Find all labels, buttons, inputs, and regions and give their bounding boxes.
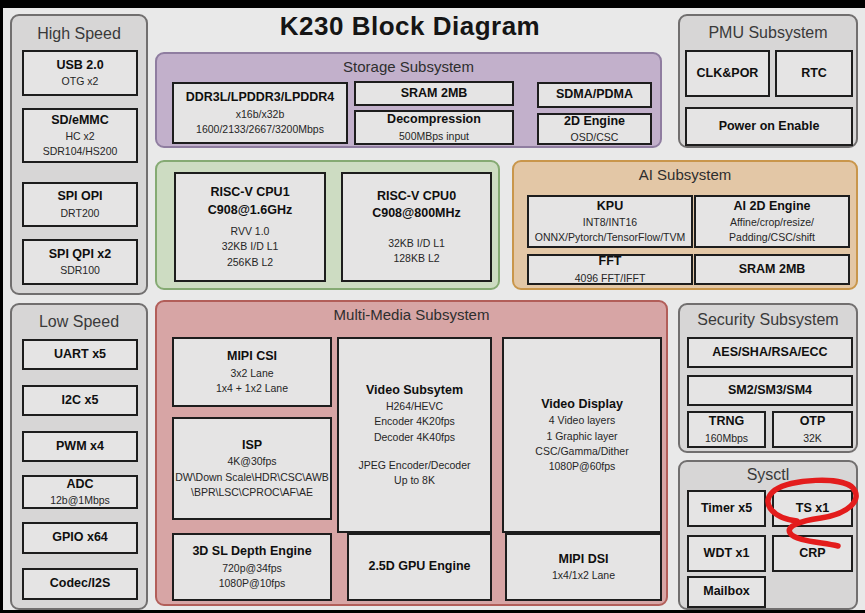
block-subline: SDR104/HS200 [43,144,118,159]
block-aes-sha-rsa-ecc: AES/SHA/RSA/ECC [687,337,853,368]
block-subline: 4096 FFT/IFFT [575,271,646,286]
block-subline: 160Mbps [705,431,748,446]
block-title: RTC [801,65,827,83]
block-3d-sl-depth-engine: 3D SL Depth Engine 720p@34fps 1080P@10fp… [172,533,332,601]
block-title2: C908@800MHz [372,205,461,223]
block-ts: TS x1 [772,490,853,527]
block-otp: OTP 32K [772,411,853,448]
block-title: ADC [66,476,93,494]
block-subline: 3x2 Lane [230,366,273,381]
section-title: Sysctl [680,466,856,484]
section-high-speed: High Speed USB 2.0 OTG x2 SD/eMMC HC x2 … [10,14,148,295]
section-low-speed: Low Speed UART x5 I2C x5 PWM x4 ADC 12b@… [10,303,148,610]
block-title: OTP [800,413,826,431]
section-multimedia: Multi-Media Subsystem MIPI CSI 3x2 Lane … [155,300,668,606]
block-subline: 500MBps input [399,129,469,144]
block-ai-sram: SRAM 2MB [694,254,850,285]
block-kpu: KPU INT8/INT16 ONNX/Pytorch/TensorFlow/T… [527,195,693,248]
block-title: Timer x5 [701,500,752,518]
block-subline: OTG x2 [62,74,99,89]
block-clk-por: CLK&POR [685,50,770,97]
block-title: Video Subsytem [366,382,463,400]
block-crp: CRP [772,535,853,572]
block-gpio: GPIO x64 [22,522,138,554]
block-title: TRNG [709,413,744,431]
block-title: AES/SHA/RSA/ECC [712,344,827,362]
block-ai-2d-engine: AI 2D Engine Affine/crop/resize/ Padding… [694,195,850,248]
block-title: TS x1 [796,500,829,518]
block-subline: 1080P@10fps [219,576,286,591]
block-title: SRAM 2MB [401,85,468,103]
block-title: AI 2D Engine [733,198,810,216]
block-title: DDR3L/LPDDR3/LPDDR4 [186,89,335,107]
section-title: Storage Subsystem [157,58,660,75]
block-adc: ADC 12b@1Mbps [22,475,138,509]
block-subline: 4 Video layers [549,413,615,428]
top-black-bar [0,0,865,8]
block-subline: 1x4/1x2 Lane [552,568,615,583]
block-title: SRAM 2MB [739,261,806,279]
block-title: MIPI CSI [227,348,277,366]
block-gpu-engine: 2.5D GPU Engine [347,533,492,601]
section-cpu: RISC-V CPU1 C908@1.6GHz RVV 1.0 32KB I/D… [155,160,500,290]
page-title: K230 Block Diagram [155,11,665,42]
block-subline: DW\Down Scale\HDR\CSC\AWB [175,470,329,485]
block-rtc: RTC [775,50,853,97]
block-trng: TRNG 160Mbps [687,411,766,448]
block-subline: 720p@34fps [222,561,282,576]
block-mipi-csi: MIPI CSI 3x2 Lane 1x4 + 1x2 Lane [172,337,332,407]
block-subline: 1x4 + 1x2 Lane [216,381,288,396]
block-subline: 1080P@60fps [549,459,616,474]
block-subline: DRT200 [61,206,100,221]
block-title: Video Display [541,396,623,414]
block-mailbox: Mailbox [687,576,766,608]
block-title: KPU [597,198,623,216]
block-title: Decompression [387,111,481,129]
section-title: Low Speed [12,313,146,331]
block-title: RISC-V CPU1 [210,184,289,202]
block-spi-qpi: SPI QPI x2 SDR100 [22,239,138,285]
block-subline: 4K@30fps [227,454,276,469]
block-title: CRP [799,545,825,563]
block-title2: C908@1.6GHz [208,202,292,220]
block-ddr: DDR3L/LPDDR3/LPDDR4 x16b/x32b 1600/2133/… [172,82,348,144]
block-subline: 256KB L2 [227,255,273,270]
block-title: PWM x4 [56,438,104,456]
block-subline: Encoder 4K20fps [374,414,455,429]
block-title: Power on Enable [719,118,820,136]
block-subline: RVV 1.0 [231,224,270,239]
block-subline: HC x2 [65,129,94,144]
block-title: 2.5D GPU Engine [368,558,470,576]
block-subline: Padding/CSC/shift [729,230,815,245]
block-title: GPIO x64 [52,529,108,547]
block-video-subsystem: Video Subsytem H264/HEVC Encoder 4K20fps… [337,337,492,533]
block-codec-i2s: Codec/I2S [22,568,138,600]
block-title: WDT x1 [704,545,750,563]
block-subline: ONNX/Pytorch/TensorFlow/TVM [535,230,686,245]
block-timer: Timer x5 [687,490,766,527]
block-title: MIPI DSI [558,551,608,569]
block-mipi-dsi: MIPI DSI 1x4/1x2 Lane [505,533,662,601]
section-security: Security Subsystem AES/SHA/RSA/ECC SM2/S… [678,303,858,453]
block-subline: CSC/Gamma/Dither [535,444,628,459]
block-subline: Affine/crop/resize/ [730,215,814,230]
block-subline: \BPR\LSC\CPROC\AF\AE [191,485,313,500]
block-i2c: I2C x5 [22,385,138,416]
block-sd-emmc: SD/eMMC HC x2 SDR104/HS200 [22,108,138,163]
block-subline: 128KB L2 [393,251,439,266]
block-pwm: PWM x4 [22,431,138,462]
block-title: Codec/I2S [50,575,110,593]
section-title: Multi-Media Subsystem [157,306,666,323]
block-title: SM2/SM3/SM4 [728,382,812,400]
block-isp: ISP 4K@30fps DW\Down Scale\HDR\CSC\AWB \… [172,417,332,520]
block-title: 2D Engine [564,113,625,131]
block-title: SD/eMMC [51,112,109,130]
block-subline: 12b@1Mbps [50,493,110,508]
block-title: SDMA/PDMA [556,86,633,104]
block-power-on-enable: Power on Enable [685,107,853,146]
block-subline: INT8/INT16 [583,215,637,230]
block-sm2-sm3-sm4: SM2/SM3/SM4 [687,375,853,406]
block-subline: H264/HEVC [386,399,443,414]
block-subline: 32K [803,431,822,446]
block-subline: x16b/x32b [236,107,284,122]
